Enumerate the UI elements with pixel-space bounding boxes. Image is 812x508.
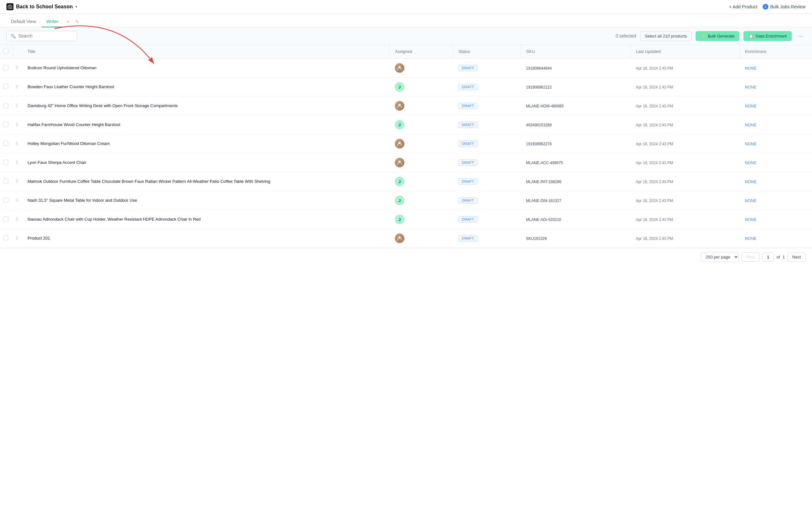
products-table-container: Title Assigned Status SKU Last Updated E… bbox=[0, 45, 812, 248]
data-enrichment-button[interactable]: 📋 Data Enrichment bbox=[743, 31, 792, 41]
drag-handle[interactable]: ⠿ bbox=[13, 134, 23, 153]
row-checkbox[interactable] bbox=[3, 65, 8, 70]
row-checkbox-cell[interactable] bbox=[0, 78, 13, 96]
row-checkbox-cell[interactable] bbox=[0, 116, 13, 134]
status-badge: DRAFT bbox=[458, 102, 477, 109]
tabs-bar: Default View Writer + ✎ bbox=[0, 14, 812, 28]
row-checkbox[interactable] bbox=[3, 216, 8, 222]
status-badge: DRAFT bbox=[458, 197, 477, 204]
row-enrichment: NONE bbox=[740, 210, 812, 229]
prev-page-button[interactable]: Prev bbox=[741, 252, 760, 262]
th-title: Title bbox=[23, 45, 390, 59]
drag-icon: ⠿ bbox=[15, 103, 18, 109]
row-assignee bbox=[390, 59, 453, 78]
row-checkbox-cell[interactable] bbox=[0, 134, 13, 153]
table-row: ⠿Davisburg 42" Home Office Writing Desk … bbox=[0, 96, 812, 116]
row-enrichment: NONE bbox=[740, 191, 812, 210]
chevron-down-icon[interactable]: ▾ bbox=[75, 4, 77, 9]
row-checkbox-cell[interactable] bbox=[0, 210, 13, 229]
row-last-updated: Apr 18, 2024 2:43 PM bbox=[631, 210, 740, 229]
drag-handle[interactable]: ⠿ bbox=[13, 116, 23, 134]
row-checkbox[interactable] bbox=[3, 179, 8, 184]
row-checkbox-cell[interactable] bbox=[0, 59, 13, 78]
search-box[interactable]: 🔍 bbox=[6, 31, 77, 41]
status-badge: DRAFT bbox=[458, 65, 477, 71]
select-all-checkbox[interactable] bbox=[3, 48, 8, 53]
row-checkbox-cell[interactable] bbox=[0, 229, 13, 248]
row-sku: MLANE-HOM-486985 bbox=[521, 96, 631, 116]
row-checkbox-cell[interactable] bbox=[0, 191, 13, 210]
th-select-all[interactable] bbox=[0, 45, 13, 59]
avatar bbox=[395, 139, 404, 149]
more-options-button[interactable]: ··· bbox=[796, 32, 806, 41]
row-assignee bbox=[390, 153, 453, 172]
tab-writer[interactable]: Writer bbox=[42, 16, 62, 27]
drag-handle[interactable]: ⠿ bbox=[13, 172, 23, 191]
row-checkbox[interactable] bbox=[3, 103, 8, 108]
drag-handle[interactable]: ⠿ bbox=[13, 78, 23, 96]
th-assigned: Assigned bbox=[390, 45, 453, 59]
next-page-button[interactable]: Next bbox=[787, 252, 806, 262]
pagination: 250 per page Prev of 1 Next bbox=[0, 248, 812, 266]
drag-handle[interactable]: ⠿ bbox=[13, 210, 23, 229]
toolbar: 🔍 0 selected Select all 210 products ⚡ B… bbox=[0, 28, 812, 45]
header: Back to School Season ▾ + Add Product 1 … bbox=[0, 0, 812, 14]
store-icon bbox=[6, 3, 13, 10]
bulk-jobs-button[interactable]: 1 Bulk Jobs Review bbox=[763, 4, 806, 10]
of-label: of bbox=[776, 255, 780, 259]
avatar bbox=[395, 234, 404, 243]
per-page-select[interactable]: 250 per page bbox=[701, 252, 739, 262]
row-enrichment: NONE bbox=[740, 96, 812, 116]
bulk-generate-button[interactable]: ⚡ Bulk Generate bbox=[695, 31, 739, 41]
row-last-updated: Apr 18, 2024 2:43 PM bbox=[631, 134, 740, 153]
th-enrichment: Enrichment bbox=[740, 45, 812, 59]
table-row: ⠿Nash 31.5" Square Metal Table for Indoo… bbox=[0, 191, 812, 210]
row-checkbox[interactable] bbox=[3, 84, 8, 89]
drag-handle[interactable]: ⠿ bbox=[13, 96, 23, 116]
toolbar-right: 0 selected Select all 210 products ⚡ Bul… bbox=[616, 31, 806, 41]
drag-handle[interactable]: ⠿ bbox=[13, 153, 23, 172]
products-table: Title Assigned Status SKU Last Updated E… bbox=[0, 45, 812, 248]
row-assignee: J bbox=[390, 78, 453, 96]
row-checkbox[interactable] bbox=[3, 236, 8, 241]
bulk-generate-icon: ⚡ bbox=[701, 34, 706, 39]
row-last-updated: Apr 18, 2024 2:43 PM bbox=[631, 116, 740, 134]
drag-handle[interactable]: ⠿ bbox=[13, 59, 23, 78]
drag-handle[interactable]: ⠿ bbox=[13, 191, 23, 210]
status-badge: DRAFT bbox=[458, 178, 477, 185]
add-product-button[interactable]: + Add Product bbox=[729, 4, 757, 9]
row-enrichment: NONE bbox=[740, 59, 812, 78]
row-checkbox[interactable] bbox=[3, 198, 8, 203]
row-title: Nassau Adirondack Chair with Cup Holder,… bbox=[23, 210, 390, 229]
row-enrichment: NONE bbox=[740, 153, 812, 172]
row-checkbox[interactable] bbox=[3, 141, 8, 146]
row-checkbox-cell[interactable] bbox=[0, 96, 13, 116]
row-enrichment: NONE bbox=[740, 134, 812, 153]
add-tab-button[interactable]: + bbox=[64, 17, 72, 26]
drag-icon: ⠿ bbox=[15, 66, 18, 71]
edit-tab-button[interactable]: ✎ bbox=[74, 18, 81, 26]
bulk-jobs-label: Bulk Jobs Review bbox=[770, 4, 806, 9]
row-checkbox-cell[interactable] bbox=[0, 153, 13, 172]
tab-default-view[interactable]: Default View bbox=[6, 16, 40, 27]
row-checkbox[interactable] bbox=[3, 160, 8, 165]
row-checkbox-cell[interactable] bbox=[0, 172, 13, 191]
row-assignee bbox=[390, 229, 453, 248]
select-all-button[interactable]: Select all 210 products bbox=[640, 31, 692, 41]
avatar: J bbox=[395, 82, 404, 92]
row-last-updated: Apr 18, 2024 2:43 PM bbox=[631, 229, 740, 248]
search-input[interactable] bbox=[18, 33, 73, 39]
table-row: ⠿Bodrum Round Upholstered Ottoman DRAFT1… bbox=[0, 59, 812, 78]
avatar: J bbox=[395, 196, 404, 205]
drag-icon: ⠿ bbox=[15, 160, 18, 165]
drag-handle[interactable]: ⠿ bbox=[13, 229, 23, 248]
row-title: Halifax Farmhouse Wood Counter Height Ba… bbox=[23, 116, 390, 134]
row-enrichment: NONE bbox=[740, 172, 812, 191]
page-number-input[interactable] bbox=[762, 253, 774, 261]
row-assignee: J bbox=[390, 210, 453, 229]
row-last-updated: Apr 18, 2024 2:43 PM bbox=[631, 59, 740, 78]
table-row: ⠿Bowden Faux Leather Counter Height Bars… bbox=[0, 78, 812, 96]
row-status: DRAFT bbox=[453, 172, 521, 191]
row-checkbox[interactable] bbox=[3, 122, 8, 127]
row-assignee bbox=[390, 134, 453, 153]
